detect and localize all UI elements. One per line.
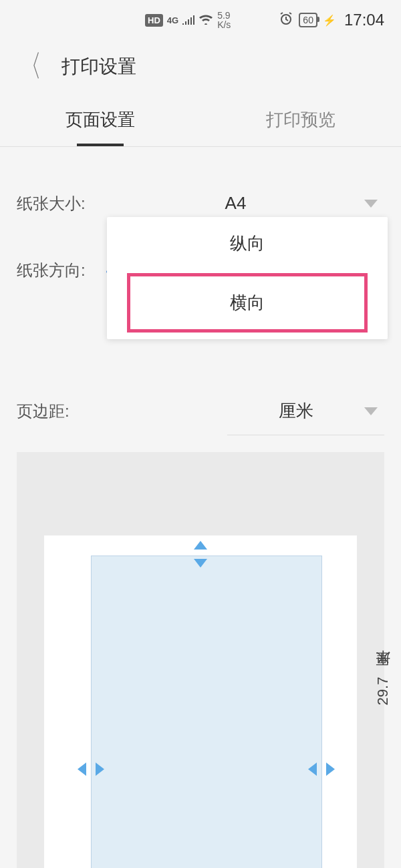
margin-handle-right-in-icon[interactable] [308,763,317,776]
paper-size-value: A4 [107,193,364,214]
hd-badge: HD [145,14,163,27]
signal-icon [182,13,194,28]
charging-icon: ⚡ [323,14,336,27]
header: 〈 打印设置 [0,40,401,93]
margin-dropdown[interactable]: 厘米 [227,387,384,435]
orientation-popup: 纵向 横向 [107,217,388,339]
net-speed: 5.9 K/s [217,11,231,29]
battery-level: 60 [303,15,313,25]
network-gen: 4G [167,15,178,25]
alarm-icon [279,11,293,29]
back-icon[interactable]: 〈 [20,46,41,87]
margin-value: 厘米 [227,399,364,423]
battery-icon: 60 [299,13,317,27]
paper-size-label: 纸张大小: [17,193,107,214]
status-left: HD 4G 5.9 K/s [97,11,279,29]
orientation-row: 纸张方向: 纵向 横向 [17,227,384,294]
orientation-label: 纸张方向: [17,260,107,281]
status-right: 60 ⚡ 17:04 [279,11,384,29]
margin-handle-right-out-icon[interactable] [326,763,335,776]
margin-handle-top-up-icon[interactable] [194,541,207,550]
net-speed-unit: K/s [217,19,231,30]
margin-label: 页边距: [17,401,107,422]
margin-handle-top-down-icon[interactable] [194,559,207,568]
orientation-option-landscape[interactable]: 横向 [127,273,368,333]
content-area: 纸张大小: A4 纸张方向: 纵向 横向 页边距: 厘米 [0,147,401,868]
tab-page-setup[interactable]: 页面设置 [0,93,200,146]
page-preview: 29.7厘米 [17,452,384,868]
page-title: 打印设置 [61,54,136,79]
caret-down-icon [364,200,378,208]
caret-down-icon [364,407,378,415]
clock-time: 17:04 [344,11,384,29]
margin-row: 页边距: 厘米 [17,347,384,435]
wifi-icon [198,13,213,28]
tab-print-preview[interactable]: 打印预览 [200,93,401,146]
page-height-label: 29.7厘米 [373,676,393,705]
page-preview-paper [44,535,357,868]
margin-handle-left-in-icon[interactable] [96,763,104,776]
margin-handle-left-out-icon[interactable] [78,763,86,776]
status-bar: HD 4G 5.9 K/s 60 ⚡ 17:04 [0,0,401,40]
page-preview-content-area[interactable] [91,556,322,868]
tab-bar: 页面设置 打印预览 [0,93,401,147]
orientation-option-portrait[interactable]: 纵向 [107,217,388,270]
